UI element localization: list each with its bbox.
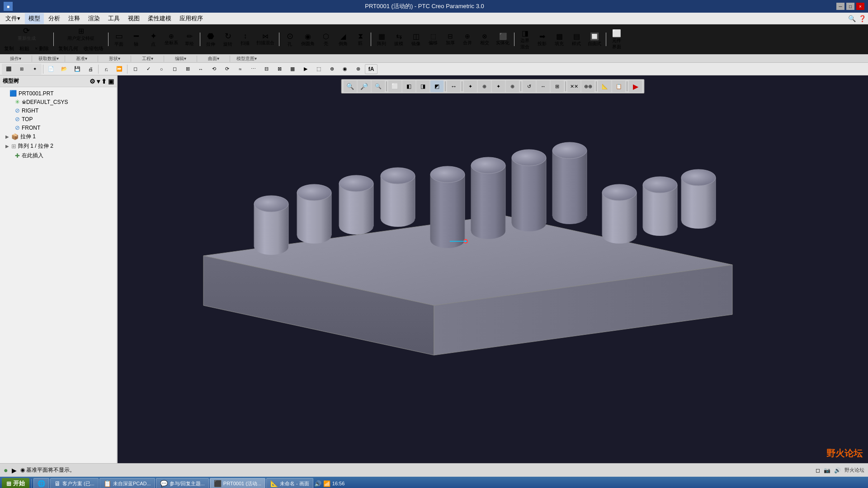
tree-item-root[interactable]: 🟦 PRT0001.PRT [0,89,117,98]
vt-shaded[interactable]: ◩ [430,80,444,92]
view-mode-3[interactable]: ✦ [28,64,41,74]
view-mode-2[interactable]: ⊞ [15,64,28,74]
open-button[interactable]: 📂 [58,64,71,74]
taskbar-item-4[interactable]: ⬛ PRT0001 (活动... [210,478,265,488]
vt-zoom-fit[interactable]: ⊞ [551,80,564,92]
copy-button[interactable]: 复制 [2,43,16,53]
close-button[interactable]: × [856,3,864,10]
vt-x[interactable]: ✕✕ [567,80,581,92]
merge-button[interactable]: ⊕ 合并 [459,31,476,47]
section-shape[interactable]: 形状▾ [101,56,128,62]
shell-button[interactable]: ⬡ 壳 [318,31,334,48]
chamfer-button[interactable]: ◢ 倒角 [335,31,351,48]
menu-annotation[interactable]: 注释 [65,13,84,24]
section-getdata[interactable]: 获取数据▾ [35,56,62,62]
fill-button[interactable]: ▩ 填充 [551,31,567,48]
it-btn-7[interactable]: ⟲ [208,64,220,74]
copy-geom-button[interactable]: 复制几何 [56,43,80,53]
vt-csys-display[interactable]: ⊕ [506,80,519,92]
menu-file[interactable]: 文件▾ [2,13,24,24]
redo-button[interactable]: ⏩ [113,64,126,74]
it-btn-12[interactable]: ⊠ [273,64,286,74]
delete-button[interactable]: × 删除 [33,43,51,53]
taskbar-item-1[interactable]: 🖥 客户方案 (已... [50,478,99,488]
section-engineering[interactable]: 工程▾ [134,56,161,62]
sweep-button[interactable]: ↕ 扫描 [237,31,253,48]
search-icon[interactable]: 🔍 [848,15,856,22]
taskbar-item-3[interactable]: 💬 参与/回复主题... [156,478,209,488]
expander-pattern1[interactable]: ▶ [5,144,10,149]
freestyle-button[interactable]: 🔲 自由式 [585,31,604,48]
vt-orient[interactable]: ↔ [447,80,461,92]
it-btn-11[interactable]: ⊟ [260,64,273,74]
tree-item-front[interactable]: ⊘ FRONT [0,123,117,132]
tree-item-insert[interactable]: ✚ 在此插入 [0,151,117,160]
vt-zoom-area[interactable]: 🔍 [344,80,357,92]
solidify-button[interactable]: ⬛ 实体化 [494,31,512,47]
tree-item-right[interactable]: ⊘ RIGHT [0,106,117,115]
section-model-intent[interactable]: 模型意图▾ [233,56,260,62]
menu-model[interactable]: 模型 [25,13,44,24]
regenerate-button[interactable]: ⟳ 重新生成 [15,25,38,43]
sketch-button[interactable]: ✏ 草绘 [181,31,198,48]
tree-item-extrude1[interactable]: ▶ 📦 拉伸 1 [0,132,117,141]
tree-item-pattern1[interactable]: ▶ ⊞ 阵列 1 / 拉伸 2 [0,141,117,151]
vt-zoom-in[interactable]: 🔎 [358,80,371,92]
draft-button[interactable]: ⇆ 拔模 [391,31,407,48]
it-btn-17[interactable]: ◉ [339,64,351,74]
mirror-button[interactable]: ◫ 镜像 [408,31,424,48]
revolve-button[interactable]: ↻ 旋转 [220,30,236,49]
vt-points-display[interactable]: ✦ [492,80,505,92]
csys-button[interactable]: ⊕ 坐标系 [162,31,180,47]
menu-app[interactable]: 应用程序 [176,13,207,24]
vt-pan[interactable]: ↔ [537,80,550,92]
style-button[interactable]: ▤ 样式 [568,31,585,48]
extrude-button[interactable]: ⬣ 拉伸 [203,30,219,49]
component-interface-button[interactable]: ⬜ 元件界面 [609,28,625,52]
vt-xx[interactable]: ⊕⊕ [581,80,595,92]
section-surface[interactable]: 曲面▾ [200,56,227,62]
tree-icon-3[interactable]: ⬆ [101,78,107,85]
udf-button[interactable]: ⊞ 用户定义特征 [65,25,97,43]
plane-button[interactable]: ▭ 平面 [111,30,127,49]
network-icon[interactable]: 📶 [323,480,330,487]
expander-extrude1[interactable]: ▶ [5,134,10,139]
it-btn-fa[interactable]: fA [365,64,377,74]
taskbar-browser[interactable]: 🌐 [33,478,49,488]
maximize-button[interactable]: □ [846,3,854,10]
project-button[interactable]: ➡ 投影 [534,31,550,48]
it-btn-13[interactable]: ▦ [286,64,299,74]
it-btn-4[interactable]: ◻ [168,64,181,74]
new-button[interactable]: 📄 [45,64,57,74]
tree-item-top[interactable]: ⊘ TOP [0,115,117,123]
edge-blend-button[interactable]: ◨ 边界混合 [517,28,533,52]
vt-axes-display[interactable]: ⊕ [478,80,491,92]
menu-render[interactable]: 渲染 [85,13,104,24]
tree-icon-1[interactable]: ⚙ [90,78,95,85]
taskbar-item-5[interactable]: 📐 未命名 - 画面 [266,478,313,488]
tree-icon-4[interactable]: ▣ [108,78,114,85]
save-button[interactable]: 💾 [71,64,84,74]
pattern-button[interactable]: ▦ 阵列 [373,31,390,48]
swept-blend-button[interactable]: ⋈ 扫描混合 [254,31,277,47]
vt-datum-display[interactable]: ✦ [464,80,477,92]
vt-more[interactable]: ▶ [629,80,642,92]
it-btn-5[interactable]: ⊞ [181,64,194,74]
it-btn-10[interactable]: ⋯ [247,64,259,74]
vt-spin[interactable]: ↺ [523,80,536,92]
section-edit[interactable]: 编辑▾ [167,56,194,62]
it-btn-8[interactable]: ⟳ [221,64,233,74]
menu-flexible[interactable]: 柔性建模 [144,13,175,24]
taskbar-item-2[interactable]: 📋 未自深蓝PCAD... [99,478,155,488]
intersect-button[interactable]: ⊗ 相交 [476,31,493,47]
rib-button[interactable]: ⧗ 筋 [352,31,368,48]
shrinkwrap-button[interactable]: 收缩包络 [81,43,106,53]
thicken-button[interactable]: ⊟ 加厚 [442,31,458,47]
menu-analysis[interactable]: 分析 [45,13,64,24]
undo-button[interactable]: ⎌ [100,64,113,74]
it-btn-16[interactable]: ⊕ [326,64,338,74]
vt-no-hidden[interactable]: ◨ [416,80,430,92]
viewport[interactable]: 🔍 🔎 🔍 ⬜ ◧ ◨ ◩ ↔ ✦ ⊕ ✦ ⊕ ↺ ↔ ⊞ ✕✕ ⊕⊕ 📐 📋 [118,75,868,463]
start-button[interactable]: ⊞ 开始 [2,478,29,488]
print-button[interactable]: 🖨 [84,64,97,74]
